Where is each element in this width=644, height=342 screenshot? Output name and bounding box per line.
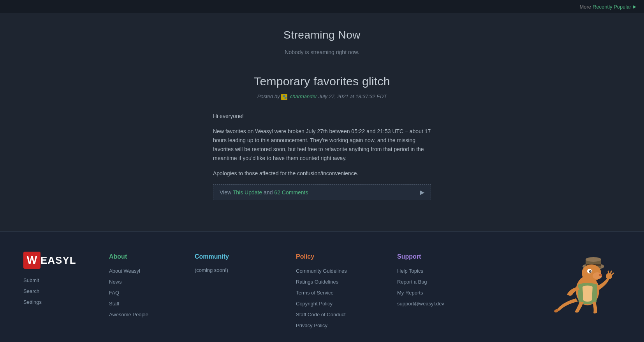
news-post: Temporary favorites glitch Posted by 🐾 c… bbox=[155, 75, 489, 200]
logo-w-letter: W bbox=[23, 252, 40, 269]
list-item: Community Guidelines bbox=[296, 267, 389, 274]
footer-support-col: Support Help Topics Report a Bug My Repo… bbox=[397, 252, 491, 311]
about-links-list: About Weasyl News FAQ Staff Awesome Peop… bbox=[109, 267, 187, 318]
more-label: More bbox=[579, 4, 591, 10]
faq-link[interactable]: FAQ bbox=[109, 290, 119, 296]
my-reports-link[interactable]: My Reports bbox=[397, 290, 423, 296]
post-greeting: Hi everyone! bbox=[213, 112, 431, 121]
post-paragraph-2: Apologies to those affected for the conf… bbox=[213, 169, 431, 178]
streaming-empty-text: Nobody is streaming right now. bbox=[155, 49, 489, 55]
svg-point-7 bbox=[589, 270, 591, 273]
list-item: Staff bbox=[109, 300, 187, 307]
this-update-link[interactable]: This Update bbox=[233, 189, 262, 196]
main-content: Streaming Now Nobody is streaming right … bbox=[147, 13, 497, 231]
about-title: About bbox=[109, 253, 187, 260]
list-item: Settings bbox=[23, 298, 101, 305]
footer-nav-list: Submit Search Settings bbox=[23, 277, 101, 305]
list-item: Search bbox=[23, 287, 101, 294]
list-item: Awesome People bbox=[109, 311, 187, 318]
news-link[interactable]: News bbox=[109, 279, 122, 285]
view-update-content: View This Update and 62 Comments bbox=[220, 189, 308, 196]
post-meta: Posted by 🐾 charmander July 27, 2021 at … bbox=[155, 93, 489, 100]
comments-link[interactable]: 62 Comments bbox=[274, 189, 308, 196]
author-link[interactable]: charmander bbox=[290, 93, 317, 99]
staff-link[interactable]: Staff bbox=[109, 301, 120, 307]
help-topics-link[interactable]: Help Topics bbox=[397, 268, 423, 274]
support-links-list: Help Topics Report a Bug My Reports supp… bbox=[397, 267, 491, 307]
footer-grid: W EASYL Submit Search Settings About Abo… bbox=[23, 252, 621, 333]
footer-logo-col: W EASYL Submit Search Settings bbox=[23, 252, 101, 309]
staff-code-link[interactable]: Staff Code of Conduct bbox=[296, 312, 346, 317]
footer-policy-col: Policy Community Guidelines Ratings Guid… bbox=[296, 252, 389, 333]
recently-popular-link[interactable]: More Recently Popular ▶ bbox=[579, 4, 636, 10]
post-body: Hi everyone! New favorites on Weasyl wer… bbox=[213, 112, 431, 178]
mascot-container bbox=[498, 252, 621, 314]
post-paragraph-1: New favorites on Weasyl were broken July… bbox=[213, 127, 431, 163]
mascot-illustration bbox=[551, 252, 621, 314]
footer: W EASYL Submit Search Settings About Abo… bbox=[0, 232, 644, 342]
view-label: View bbox=[220, 189, 231, 196]
post-timestamp: July 27, 2021 at 18:37:32 EDT bbox=[318, 93, 387, 99]
list-item: Privacy Policy bbox=[296, 322, 389, 329]
recently-popular-label: Recently Popular bbox=[593, 4, 631, 10]
svg-line-14 bbox=[612, 273, 614, 275]
list-item: About Weasyl bbox=[109, 267, 187, 274]
submit-link[interactable]: Submit bbox=[23, 277, 39, 283]
list-item: Copyright Policy bbox=[296, 300, 389, 307]
svg-point-2 bbox=[586, 257, 601, 262]
list-item: Staff Code of Conduct bbox=[296, 311, 389, 318]
policy-links-list: Community Guidelines Ratings Guidelines … bbox=[296, 267, 389, 329]
list-item: support@weasyl.dev bbox=[397, 300, 491, 307]
arrow-icon: ▶ bbox=[633, 4, 636, 9]
policy-title: Policy bbox=[296, 253, 389, 260]
copyright-policy-link[interactable]: Copyright Policy bbox=[296, 301, 333, 307]
coming-soon-text: (coming soon!) bbox=[195, 267, 288, 273]
list-item: News bbox=[109, 278, 187, 285]
awesome-people-link[interactable]: Awesome People bbox=[109, 312, 148, 317]
streaming-title: Streaming Now bbox=[155, 29, 489, 41]
expand-arrow-icon: ▶ bbox=[420, 189, 424, 196]
settings-link[interactable]: Settings bbox=[23, 299, 42, 305]
list-item: Terms of Service bbox=[296, 289, 389, 296]
search-link[interactable]: Search bbox=[23, 288, 39, 294]
logo-text: EASYL bbox=[40, 254, 76, 266]
view-update-bar[interactable]: View This Update and 62 Comments ▶ bbox=[213, 184, 431, 200]
svg-line-12 bbox=[608, 271, 609, 274]
svg-point-9 bbox=[599, 274, 602, 276]
svg-line-13 bbox=[611, 271, 611, 274]
streaming-section: Streaming Now Nobody is streaming right … bbox=[155, 29, 489, 55]
and-label: and bbox=[264, 189, 273, 196]
footer-logo: W EASYL bbox=[23, 252, 101, 269]
report-bug-link[interactable]: Report a Bug bbox=[397, 279, 427, 285]
post-title: Temporary favorites glitch bbox=[155, 75, 489, 88]
support-email-link[interactable]: support@weasyl.dev bbox=[397, 301, 444, 307]
list-item: Ratings Guidelines bbox=[296, 278, 389, 285]
list-item: Help Topics bbox=[397, 267, 491, 274]
list-item: Report a Bug bbox=[397, 278, 491, 285]
list-item: Submit bbox=[23, 277, 101, 284]
posted-by-label: Posted by bbox=[257, 93, 280, 99]
svg-point-8 bbox=[590, 271, 591, 271]
ratings-guidelines-link[interactable]: Ratings Guidelines bbox=[296, 279, 338, 285]
community-title: Community bbox=[195, 253, 288, 260]
top-bar: More Recently Popular ▶ bbox=[0, 0, 644, 13]
terms-of-service-link[interactable]: Terms of Service bbox=[296, 290, 334, 296]
list-item: My Reports bbox=[397, 289, 491, 296]
community-guidelines-link[interactable]: Community Guidelines bbox=[296, 268, 347, 274]
author-icon: 🐾 bbox=[281, 94, 287, 100]
footer-community-col: Community (coming soon!) bbox=[195, 252, 288, 273]
privacy-policy-link[interactable]: Privacy Policy bbox=[296, 323, 327, 328]
support-title: Support bbox=[397, 253, 491, 260]
about-weasyl-link[interactable]: About Weasyl bbox=[109, 268, 140, 274]
footer-about-col: About About Weasyl News FAQ Staff Awesom… bbox=[109, 252, 187, 322]
list-item: FAQ bbox=[109, 289, 187, 296]
